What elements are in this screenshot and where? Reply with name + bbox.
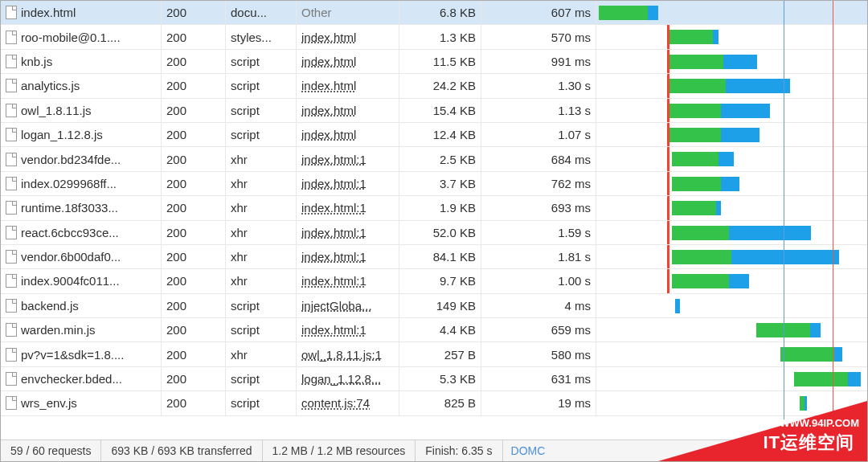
file-icon xyxy=(6,153,17,166)
request-start-marker xyxy=(667,74,669,97)
cell-waterfall[interactable] xyxy=(596,172,867,195)
table-row[interactable]: knb.js200scriptindex.html11.5 KB991 ms xyxy=(1,50,867,74)
cell-initiator[interactable]: index.html:1 xyxy=(297,318,399,341)
cell-time: 1.07 s xyxy=(481,123,596,146)
cell-waterfall[interactable] xyxy=(596,221,867,244)
cell-initiator[interactable]: content.js:74 xyxy=(297,391,399,415)
cell-initiator[interactable]: logan_1.12.8... xyxy=(297,367,399,390)
cell-initiator[interactable]: index.html:1 xyxy=(297,147,399,170)
timing-bar xyxy=(780,347,842,362)
cell-size: 52.0 KB xyxy=(399,221,481,244)
cell-waterfall[interactable] xyxy=(596,123,867,146)
cell-type: script xyxy=(226,294,297,317)
cell-type: xhr xyxy=(226,269,297,292)
cell-waterfall[interactable] xyxy=(596,196,867,219)
file-name: vendor.6b00daf0... xyxy=(21,250,121,264)
table-row[interactable]: envchecker.bded...200scriptlogan_1.12.8.… xyxy=(1,367,867,391)
cell-waterfall[interactable] xyxy=(596,318,867,341)
file-name: knb.js xyxy=(21,55,52,68)
cell-waterfall[interactable] xyxy=(596,391,867,415)
cell-initiator[interactable]: index.html xyxy=(297,123,399,146)
cell-status: 200 xyxy=(162,74,226,97)
file-name: index.html xyxy=(21,6,76,19)
cell-initiator[interactable]: index.html:1 xyxy=(297,196,399,219)
cell-initiator[interactable]: index.html:1 xyxy=(297,221,399,244)
cell-name[interactable]: vendor.6b00daf0... xyxy=(1,245,162,268)
cell-name[interactable]: analytics.js xyxy=(1,74,162,97)
cell-initiator[interactable]: index.html xyxy=(297,25,399,48)
cell-name[interactable]: index.html xyxy=(1,1,162,24)
cell-initiator[interactable]: index.html xyxy=(297,99,399,122)
table-row[interactable]: index.0299968ff...200xhrindex.html:13.7 … xyxy=(1,172,867,196)
cell-waterfall[interactable] xyxy=(596,269,867,292)
cell-name[interactable]: wrs_env.js xyxy=(1,391,162,415)
cell-waterfall[interactable] xyxy=(596,342,867,366)
cell-size: 257 B xyxy=(399,342,481,366)
file-name: pv?v=1&sdk=1.8.... xyxy=(21,348,124,362)
table-row[interactable]: vendor.6b00daf0...200xhrindex.html:184.1… xyxy=(1,245,867,269)
cell-name[interactable]: roo-mobile@0.1.... xyxy=(1,25,162,48)
table-row[interactable]: owl_1.8.11.js200scriptindex.html15.4 KB1… xyxy=(1,99,867,123)
cell-status: 200 xyxy=(162,342,226,366)
cell-name[interactable]: index.0299968ff... xyxy=(1,172,162,195)
cell-initiator[interactable]: index.html xyxy=(297,50,399,73)
table-row[interactable]: react.6cbcc93ce...200xhrindex.html:152.0… xyxy=(1,221,867,245)
cell-initiator[interactable]: index.html:1 xyxy=(297,269,399,292)
timing-bar xyxy=(669,104,770,118)
cell-name[interactable]: knb.js xyxy=(1,50,162,73)
cell-size: 4.4 KB xyxy=(399,318,481,341)
table-row[interactable]: index.9004fc011...200xhrindex.html:19.7 … xyxy=(1,269,867,293)
cell-waterfall[interactable] xyxy=(596,367,867,390)
cell-status: 200 xyxy=(162,147,226,170)
cell-waterfall[interactable] xyxy=(596,25,867,48)
table-row[interactable]: index.html200docu...Other6.8 KB607 ms xyxy=(1,1,867,25)
cell-initiator[interactable]: owl_1.8.11.js:1 xyxy=(297,342,399,366)
timing-bar xyxy=(672,201,721,215)
table-row[interactable]: wrs_env.js200scriptcontent.js:74825 B19 … xyxy=(1,391,867,415)
cell-waterfall[interactable] xyxy=(596,245,867,268)
file-icon xyxy=(6,226,17,239)
cell-initiator[interactable]: index.html:1 xyxy=(297,245,399,268)
cell-waterfall[interactable] xyxy=(596,1,867,24)
cell-time: 580 ms xyxy=(481,342,596,366)
file-name: vendor.bd234fde... xyxy=(21,153,121,166)
table-row[interactable]: warden.min.js200scriptindex.html:14.4 KB… xyxy=(1,318,867,342)
cell-status: 200 xyxy=(162,50,226,73)
timing-bar xyxy=(599,6,658,20)
cell-initiator[interactable]: index.html xyxy=(297,74,399,97)
file-name: index.9004fc011... xyxy=(21,274,120,288)
cell-name[interactable]: index.9004fc011... xyxy=(1,269,162,292)
cell-name[interactable]: owl_1.8.11.js xyxy=(1,99,162,122)
cell-initiator[interactable]: injectGloba... xyxy=(297,294,399,317)
table-row[interactable]: analytics.js200scriptindex.html24.2 KB1.… xyxy=(1,74,867,98)
table-row[interactable]: pv?v=1&sdk=1.8....200xhrowl_1.8.11.js:12… xyxy=(1,342,867,366)
cell-time: 1.81 s xyxy=(481,245,596,268)
cell-type: script xyxy=(226,99,297,122)
cell-name[interactable]: logan_1.12.8.js xyxy=(1,123,162,146)
table-row[interactable]: logan_1.12.8.js200scriptindex.html12.4 K… xyxy=(1,123,867,147)
file-icon xyxy=(6,372,17,386)
table-row[interactable]: runtime.18f3033...200xhrindex.html:11.9 … xyxy=(1,196,867,220)
cell-name[interactable]: warden.min.js xyxy=(1,318,162,341)
cell-time: 4 ms xyxy=(481,294,596,317)
timing-bar xyxy=(669,30,719,44)
table-row[interactable]: backend.js200scriptinjectGloba...149 KB4… xyxy=(1,294,867,318)
cell-name[interactable]: react.6cbcc93ce... xyxy=(1,221,162,244)
cell-size: 1.3 KB xyxy=(399,25,481,48)
cell-name[interactable]: vendor.bd234fde... xyxy=(1,147,162,170)
cell-waterfall[interactable] xyxy=(596,147,867,170)
cell-name[interactable]: backend.js xyxy=(1,294,162,317)
cell-waterfall[interactable] xyxy=(596,294,867,317)
cell-name[interactable]: runtime.18f3033... xyxy=(1,196,162,219)
file-icon xyxy=(6,274,17,288)
cell-waterfall[interactable] xyxy=(596,74,867,97)
cell-initiator[interactable]: index.html:1 xyxy=(297,172,399,195)
cell-name[interactable]: envchecker.bded... xyxy=(1,367,162,390)
cell-waterfall[interactable] xyxy=(596,99,867,122)
timing-bar xyxy=(794,372,861,386)
table-row[interactable]: vendor.bd234fde...200xhrindex.html:12.5 … xyxy=(1,147,867,171)
table-row[interactable]: roo-mobile@0.1....200styles...index.html… xyxy=(1,25,867,49)
cell-time: 19 ms xyxy=(481,391,596,415)
cell-name[interactable]: pv?v=1&sdk=1.8.... xyxy=(1,342,162,366)
cell-waterfall[interactable] xyxy=(596,50,867,73)
